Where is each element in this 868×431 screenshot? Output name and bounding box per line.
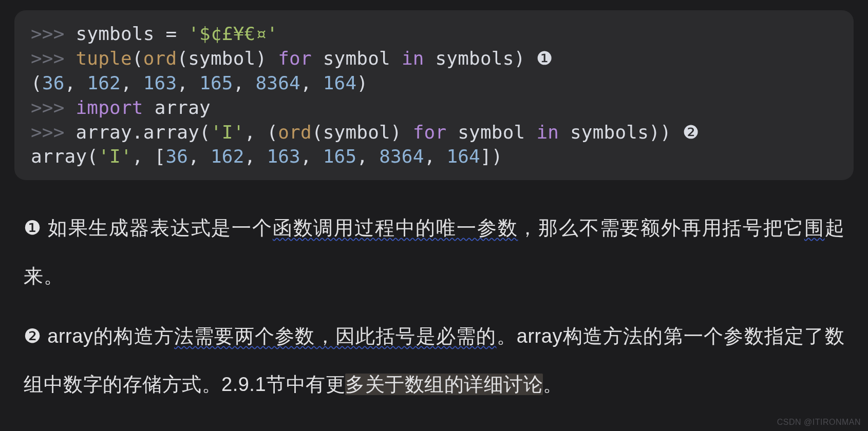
code-text	[312, 48, 323, 69]
note-1: ❶ 如果生成器表达式是一个函数调用过程中的唯一参数，那么不需要额外再用括号把它围…	[24, 204, 844, 300]
code-text: ,	[177, 72, 199, 93]
code-text: )	[514, 48, 537, 69]
code-builtin: ord	[278, 122, 312, 143]
code-text: symbols	[76, 23, 155, 44]
code-text: array(	[31, 146, 98, 167]
code-text: symbol	[323, 122, 390, 143]
code-block: >>> symbols = '$¢£¥€¤' >>> tuple(ord(sym…	[14, 10, 854, 180]
code-text: )	[390, 122, 413, 143]
code-text: ,	[233, 72, 256, 93]
callout-1-icon: ❶	[536, 48, 553, 69]
code-text: symbols	[436, 48, 514, 69]
underlined-text: 法需要两个参数，因此括号是必需的	[174, 325, 497, 347]
code-text: ,	[356, 146, 379, 167]
code-string: '$¢£¥€¤'	[188, 23, 278, 44]
code-num: 163	[267, 146, 300, 167]
code-text: ])	[480, 146, 503, 167]
code-string: 'I'	[211, 122, 244, 143]
prompt: >>>	[31, 122, 76, 143]
note-text: 。	[543, 374, 563, 395]
code-text: ,	[300, 146, 323, 167]
code-text: , [	[132, 146, 166, 167]
code-text	[559, 122, 570, 143]
code-keyword: for	[278, 48, 312, 69]
code-num: 163	[143, 72, 177, 93]
code-text: symbol	[458, 122, 525, 143]
note-text: ，那么不需要额外再用括号把它	[518, 217, 804, 239]
code-text	[424, 48, 436, 69]
code-text	[525, 122, 537, 143]
prompt: >>>	[31, 23, 76, 44]
code-text: symbols	[570, 122, 649, 143]
highlighted-text: 多关于数组的详细讨论	[345, 374, 543, 395]
code-text: array.array(	[76, 122, 211, 143]
code-num: 8364	[379, 146, 424, 167]
code-num: 162	[87, 72, 121, 93]
code-text: (	[31, 72, 42, 93]
code-text: , (	[244, 122, 278, 143]
code-num: 165	[199, 72, 233, 93]
code-num: 165	[323, 146, 357, 167]
code-text	[390, 48, 402, 69]
code-num: 36	[42, 72, 65, 93]
prompt: >>>	[31, 97, 76, 118]
code-text: ))	[649, 122, 683, 143]
watermark: CSDN @ITIRONMAN	[777, 418, 861, 427]
code-text: )	[256, 48, 278, 69]
code-text: (	[177, 48, 188, 69]
code-keyword: in	[402, 48, 424, 69]
code-text: )	[356, 72, 368, 93]
code-keyword: import	[76, 97, 143, 118]
notes-section: ❶ 如果生成器表达式是一个函数调用过程中的唯一参数，那么不需要额外再用括号把它围…	[14, 180, 854, 408]
code-keyword: for	[413, 122, 447, 143]
code-text: (	[132, 48, 143, 69]
code-text: ,	[300, 72, 323, 93]
code-text	[446, 122, 458, 143]
note-2: ❷ array的构造方法需要两个参数，因此括号是必需的。array构造方法的第一…	[24, 312, 844, 408]
code-text: array	[155, 97, 211, 118]
code-num: 36	[166, 146, 188, 167]
underlined-text: 围	[804, 217, 825, 239]
callout-2-icon: ❷	[683, 122, 699, 143]
code-text	[143, 97, 155, 118]
note-text: array的构造方	[42, 325, 174, 347]
code-num: 164	[323, 72, 357, 93]
code-text: ,	[121, 72, 143, 93]
code-text: (	[312, 122, 323, 143]
underlined-text: 函数调用过程中的唯一参数	[273, 217, 518, 239]
callout-1-icon: ❶	[24, 204, 42, 252]
code-builtin: tuple	[76, 48, 132, 69]
code-text: symbol	[188, 48, 255, 69]
prompt: >>>	[31, 48, 76, 69]
code-text: ,	[244, 146, 267, 167]
note-text: 如果生成器表达式是一个	[42, 217, 273, 239]
code-text: =	[155, 23, 188, 44]
code-builtin: ord	[143, 48, 177, 69]
code-text: ,	[65, 72, 87, 93]
code-string: 'I'	[98, 146, 132, 167]
callout-2-icon: ❷	[24, 312, 42, 360]
code-text: ,	[424, 146, 447, 167]
code-num: 162	[211, 146, 244, 167]
code-keyword: in	[536, 122, 559, 143]
code-text: ,	[188, 146, 211, 167]
code-text: symbol	[323, 48, 390, 69]
code-num: 8364	[256, 72, 301, 93]
code-num: 164	[446, 146, 480, 167]
